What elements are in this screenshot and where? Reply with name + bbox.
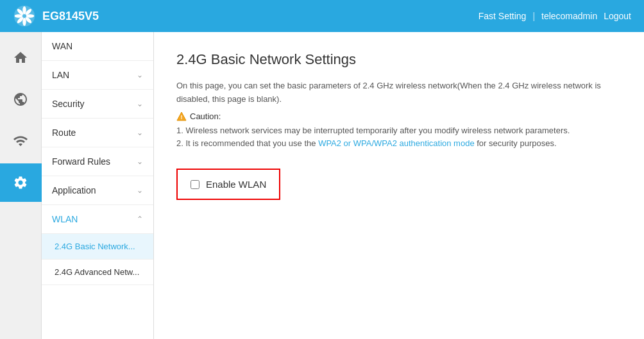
network-icon (13, 92, 28, 107)
caution-label: Caution: (190, 112, 221, 121)
nav-item-security[interactable]: Security ⌄ (42, 90, 153, 119)
content-area: 2.4G Basic Network Settings On this page… (154, 32, 644, 339)
nav-item-wlan[interactable]: WLAN ⌃ (42, 205, 153, 234)
main-layout: WAN LAN ⌄ Security ⌄ Route ⌄ Forward Rul… (0, 32, 644, 339)
chevron-down-icon: ⌄ (137, 99, 143, 108)
caution-block: ! Caution: 1. Wireless network services … (176, 112, 622, 151)
icon-sidebar (0, 32, 42, 339)
nav-item-application[interactable]: Application ⌄ (42, 176, 153, 205)
nav-wlan-label: WLAN (52, 214, 78, 224)
nav-sidebar: WAN LAN ⌄ Security ⌄ Route ⌄ Forward Rul… (42, 32, 154, 339)
nav-route-label: Route (52, 128, 76, 138)
settings-icon (13, 175, 28, 190)
caution-text: 1. Wireless network services may be inte… (176, 124, 622, 151)
chevron-up-icon: ⌃ (137, 215, 143, 224)
nav-forward-rules-label: Forward Rules (52, 156, 110, 167)
svg-text:!: ! (181, 114, 183, 120)
sidebar-icon-settings[interactable] (0, 163, 42, 202)
chevron-down-icon: ⌄ (137, 157, 143, 166)
nav-wan-label: WAN (52, 41, 72, 51)
nav-24g-basic-label: 2.4G Basic Network... (55, 242, 135, 251)
description-text: On this page, you can set the basic para… (176, 79, 622, 106)
header: EG8145V5 Fast Setting | telecomadmin Log… (0, 0, 644, 32)
nav-item-wan[interactable]: WAN (42, 32, 153, 61)
signal-icon (13, 133, 28, 149)
header-nav: Fast Setting | telecomadmin Logout (479, 11, 631, 21)
chevron-down-icon: ⌄ (137, 186, 143, 195)
nav-application-label: Application (52, 185, 96, 195)
caution-item-1: 1. Wireless network services may be inte… (176, 124, 622, 138)
chevron-down-icon: ⌄ (137, 70, 143, 79)
sidebar-icon-home[interactable] (0, 38, 42, 77)
logo-text: EG8145V5 (42, 10, 99, 23)
logout-link[interactable]: Logout (604, 11, 631, 21)
nav-sub-item-24g-basic[interactable]: 2.4G Basic Network... (42, 234, 153, 260)
nav-item-forward-rules[interactable]: Forward Rules ⌄ (42, 147, 153, 176)
home-icon (13, 50, 28, 65)
logo: EG8145V5 (13, 4, 99, 28)
nav-item-route[interactable]: Route ⌄ (42, 119, 153, 147)
caution-title: ! Caution: (176, 112, 622, 122)
nav-security-label: Security (52, 99, 85, 109)
chevron-down-icon: ⌄ (137, 128, 143, 137)
sidebar-icon-network[interactable] (0, 80, 42, 119)
page-title: 2.4G Basic Network Settings (176, 51, 622, 68)
caution-item-2: 2. It is recommended that you use the WP… (176, 137, 622, 151)
enable-wlan-checkbox[interactable] (191, 180, 199, 189)
fast-setting-link[interactable]: Fast Setting (479, 11, 527, 21)
nav-24g-advanced-label: 2.4G Advanced Netw... (55, 267, 139, 277)
nav-item-lan[interactable]: LAN ⌄ (42, 61, 153, 90)
nav-sub-item-24g-advanced[interactable]: 2.4G Advanced Netw... (42, 260, 153, 285)
warning-icon: ! (176, 112, 187, 122)
huawei-logo-icon (13, 4, 36, 28)
enable-wlan-box[interactable]: Enable WLAN (176, 169, 280, 200)
nav-lan-label: LAN (52, 70, 69, 80)
user-link[interactable]: telecomadmin (541, 11, 597, 21)
nav-divider: | (532, 11, 535, 21)
sidebar-icon-signal[interactable] (0, 122, 42, 160)
enable-wlan-label: Enable WLAN (206, 179, 266, 190)
